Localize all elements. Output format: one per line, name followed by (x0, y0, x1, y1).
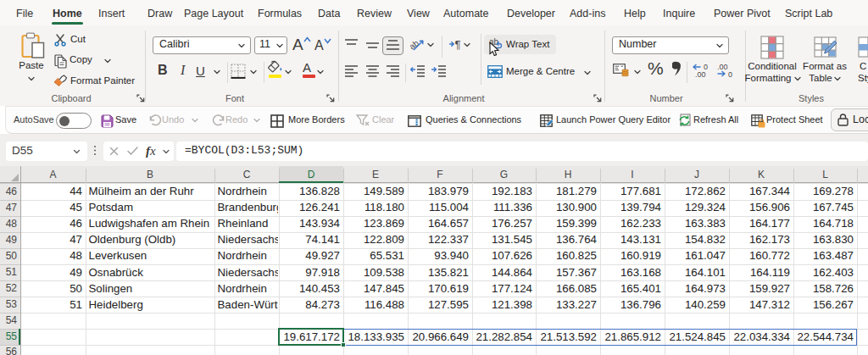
svg-text:.00: .00 (695, 70, 706, 78)
svg-text:¶: ¶ (455, 38, 461, 50)
svg-text:.00: .00 (717, 63, 728, 71)
svg-text:0: 0 (728, 70, 732, 78)
